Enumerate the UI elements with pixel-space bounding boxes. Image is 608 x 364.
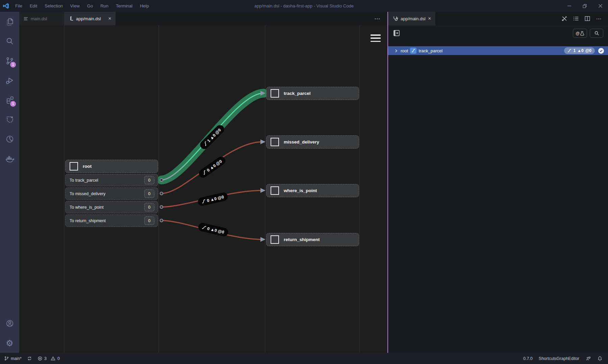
- graph-canvas[interactable]: root To track_parcel 0 To missed_deliver…: [19, 25, 388, 353]
- problems-indicator[interactable]: 3 0: [37, 356, 60, 361]
- panel-tab-bar: app/main.dsl ✕ ⋯: [388, 12, 608, 25]
- source-control-icon[interactable]: 1: [0, 51, 19, 71]
- editor-tab-bar: main.dsl app/main.dsl ✕ ⋯: [19, 12, 388, 25]
- extensions-icon[interactable]: 1: [0, 90, 19, 110]
- notifications-bell-icon[interactable]: [597, 356, 603, 361]
- tools-icon[interactable]: [560, 14, 569, 23]
- test-mentions-button[interactable]: @: [573, 29, 587, 38]
- chevron-right-icon[interactable]: [394, 49, 398, 53]
- transition-row-track-parcel[interactable]: To track_parcel 0: [65, 174, 158, 186]
- menu-bar: File Edit Selection View Go Run Terminal…: [11, 0, 153, 12]
- tab-label: app/main.dsl: [76, 16, 101, 21]
- menu-view[interactable]: View: [67, 0, 83, 12]
- menu-file[interactable]: File: [11, 0, 26, 12]
- extension-name[interactable]: ShortcutsGraphEditor: [539, 356, 579, 361]
- tab-app-main-dsl[interactable]: app/main.dsl ✕: [64, 12, 116, 25]
- transition-icon: [201, 199, 207, 204]
- dasha-extension-icon[interactable]: [0, 110, 19, 129]
- search-icon: [594, 31, 599, 36]
- menu-selection[interactable]: Selection: [41, 0, 66, 12]
- panel-splitter[interactable]: [387, 12, 388, 353]
- graph-side-panel: app/main.dsl ✕ ⋯: [388, 12, 608, 353]
- panel-toolbar: @: [388, 29, 608, 40]
- node-missed-delivery[interactable]: missed_delivery: [266, 135, 359, 149]
- menu-edit[interactable]: Edit: [26, 0, 41, 12]
- feedback-icon[interactable]: [585, 356, 591, 361]
- checklist-icon[interactable]: [572, 14, 580, 23]
- menu-go[interactable]: Go: [83, 0, 97, 12]
- transition-icon: [567, 49, 572, 53]
- tab-main-dsl[interactable]: main.dsl: [19, 12, 64, 25]
- node-track-parcel[interactable]: track_parcel: [266, 87, 359, 100]
- flask-icon: [580, 31, 584, 36]
- node-label: root: [83, 164, 92, 169]
- node-label: return_shipment: [284, 237, 320, 242]
- close-tab-icon[interactable]: ✕: [108, 16, 111, 21]
- close-panel-tab-icon[interactable]: ✕: [428, 16, 431, 21]
- accounts-icon[interactable]: [0, 314, 19, 333]
- explorer-icon[interactable]: [0, 12, 19, 31]
- menu-terminal[interactable]: Terminal: [112, 0, 136, 12]
- node-label: missed_delivery: [284, 139, 319, 145]
- activity-bar: 1 1 ⚙: [0, 12, 19, 353]
- transition-row-where-is-point[interactable]: To where_is_point 0: [65, 201, 158, 213]
- menu-help[interactable]: Help: [136, 0, 153, 12]
- remote-graph-icon[interactable]: [0, 129, 19, 149]
- node-checkbox[interactable]: [271, 138, 279, 146]
- tree-row-badge: 1 ▲0 @0: [564, 47, 595, 54]
- file-lines-icon: [23, 16, 28, 21]
- extensions-badge: 1: [9, 100, 17, 107]
- restore-button[interactable]: [577, 0, 592, 12]
- panel-more-actions[interactable]: ⋯: [594, 14, 603, 23]
- transition-count: 0: [144, 216, 154, 225]
- transition-icon: [410, 48, 416, 54]
- node-checkbox[interactable]: [271, 89, 279, 98]
- close-window-button[interactable]: [592, 0, 608, 12]
- source-control-badge: 1: [9, 61, 17, 68]
- check-circle-icon[interactable]: [598, 48, 604, 54]
- split-editor-icon[interactable]: [583, 14, 592, 23]
- editor-more-actions[interactable]: ⋯: [374, 15, 380, 22]
- extension-version[interactable]: 0.7.0: [523, 356, 533, 361]
- transition-count: 0: [144, 176, 154, 184]
- sync-icon: [27, 356, 32, 361]
- sync-button[interactable]: [27, 356, 32, 361]
- node-root[interactable]: root: [65, 160, 158, 173]
- tree-row-target: track_parcel: [419, 48, 442, 53]
- warning-icon: [50, 356, 56, 361]
- transition-row-return-shipment[interactable]: To return_shipment 0: [65, 214, 158, 227]
- add-node-icon[interactable]: [393, 29, 400, 37]
- branch-indicator[interactable]: main*: [4, 356, 22, 361]
- node-return-shipment[interactable]: return_shipment: [266, 233, 359, 246]
- menu-run[interactable]: Run: [97, 0, 112, 12]
- titlebar: File Edit Selection View Go Run Terminal…: [0, 0, 608, 12]
- node-label: track_parcel: [284, 91, 311, 96]
- search-icon[interactable]: [0, 31, 19, 51]
- vscode-logo-icon: [0, 3, 11, 9]
- status-bar: main* 3 0 0.7.0 ShortcutsGraphEditor: [0, 353, 608, 364]
- docker-icon[interactable]: [0, 149, 19, 168]
- tab-label: main.dsl: [31, 16, 47, 21]
- node-checkbox[interactable]: [70, 162, 78, 171]
- tree-row-root-track-parcel[interactable]: root track_parcel 1 ▲0 @0: [388, 46, 608, 55]
- panel-search-button[interactable]: [590, 29, 603, 38]
- node-where-is-point[interactable]: where_is_point: [266, 184, 359, 197]
- panel-tab-label: app/main.dsl: [401, 16, 426, 21]
- node-checkbox[interactable]: [271, 186, 279, 195]
- transition-row-missed-delivery[interactable]: To missed_delivery 0: [65, 187, 158, 200]
- branch-icon: [4, 356, 9, 361]
- tree-row-source: root: [401, 48, 408, 53]
- minimize-button[interactable]: [561, 0, 577, 12]
- node-label: where_is_point: [284, 188, 317, 193]
- run-debug-icon[interactable]: [0, 71, 19, 90]
- error-icon: [37, 356, 43, 361]
- transition-count: 0: [144, 203, 154, 211]
- stethoscope-icon: [392, 16, 398, 22]
- node-checkbox[interactable]: [271, 235, 279, 244]
- transition-count: 0: [144, 189, 154, 198]
- transition-icon: [202, 225, 207, 230]
- graph-file-icon: [68, 16, 74, 21]
- settings-gear-icon[interactable]: ⚙: [0, 333, 19, 353]
- graph-menu-icon[interactable]: [371, 34, 381, 43]
- panel-tab-app-main-dsl[interactable]: app/main.dsl ✕: [388, 12, 435, 25]
